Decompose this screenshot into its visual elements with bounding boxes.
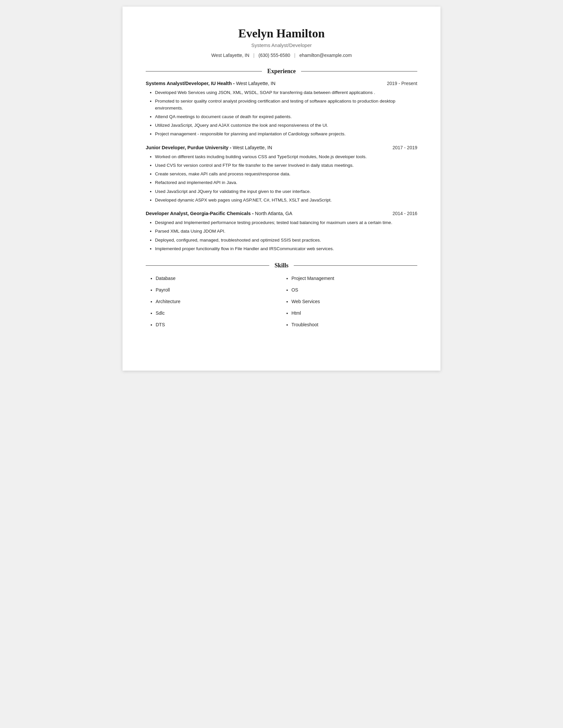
bullet-2-4: Refactored and implemented API in Java. — [155, 179, 417, 186]
job-header-3: Developer Analyst, Georgia-Pacific Chemi… — [146, 211, 417, 216]
experience-section: Experience Systems Analyst/Developer, IU… — [146, 68, 417, 252]
skills-section: Skills Database Payroll Architecture Sdl… — [146, 262, 417, 333]
skill-project-management: Project Management — [292, 275, 417, 282]
job-bold-3: Developer Analyst, Georgia-Pacific Chemi… — [146, 211, 254, 216]
job-block-3: Developer Analyst, Georgia-Pacific Chemi… — [146, 211, 417, 252]
bullet-1-5: Project management - responsible for pla… — [155, 131, 417, 137]
skills-line-right — [294, 265, 417, 266]
header: Evelyn Hamilton Systems Analyst/Develope… — [146, 26, 417, 58]
job-bullets-1: Developed Web Services using JSON, XML, … — [146, 89, 417, 138]
skills-grid: Database Payroll Architecture Sdlc DTS P… — [146, 275, 417, 333]
resume-page: Evelyn Hamilton Systems Analyst/Develope… — [122, 7, 441, 371]
skill-web-services: Web Services — [292, 298, 417, 305]
experience-section-header: Experience — [146, 68, 417, 75]
separator-1: | — [253, 53, 255, 58]
skill-architecture: Architecture — [156, 298, 282, 305]
skills-col-right: Project Management OS Web Services Html … — [282, 275, 417, 333]
experience-section-title: Experience — [262, 68, 301, 75]
candidate-title: Systems Analyst/Developer — [146, 42, 417, 48]
bullet-1-3: Attend QA meetings to document cause of … — [155, 114, 417, 120]
bullet-2-3: Create services, make API calls and proc… — [155, 171, 417, 177]
skill-payroll: Payroll — [156, 287, 282, 294]
bullet-2-5: Used JavaScript and JQuery for validatin… — [155, 188, 417, 195]
job-block-1: Systems Analyst/Developer, IU Health - W… — [146, 81, 417, 138]
job-bullets-2: Worked on different tasks including buil… — [146, 154, 417, 204]
bullet-3-4: Implemented proper functionality flow in… — [155, 246, 417, 252]
job-title-company-1: Systems Analyst/Developer, IU Health - W… — [146, 81, 275, 86]
job-bold-1: Systems Analyst/Developer, IU Health - — [146, 81, 235, 86]
skill-troubleshoot: Troubleshoot — [292, 321, 417, 328]
section-line-left — [146, 71, 262, 71]
contact-info: West Lafayette, IN | (630) 555-6580 | eh… — [146, 53, 417, 58]
skill-dts: DTS — [156, 321, 282, 328]
job-block-2: Junior Developer, Purdue University - We… — [146, 145, 417, 204]
bullet-1-1: Developed Web Services using JSON, XML, … — [155, 89, 417, 96]
skills-section-header: Skills — [146, 262, 417, 269]
contact-location: West Lafayette, IN — [211, 53, 249, 58]
bullet-1-2: Promoted to senior quality control analy… — [155, 98, 417, 112]
bullet-1-4: Utilized JavaScript, JQuery and AJAX cus… — [155, 122, 417, 129]
skills-line-left — [146, 265, 269, 266]
job-header-1: Systems Analyst/Developer, IU Health - W… — [146, 81, 417, 86]
skill-sdlc: Sdlc — [156, 310, 282, 317]
bullet-2-6: Developed dynamic ASPX web pages using A… — [155, 197, 417, 204]
skills-col-left: Database Payroll Architecture Sdlc DTS — [146, 275, 282, 333]
bullet-2-2: Used CVS for version control and FTP for… — [155, 162, 417, 169]
bullet-3-1: Designed and Implemented performance tes… — [155, 219, 417, 226]
section-line-right — [301, 71, 417, 71]
candidate-name: Evelyn Hamilton — [146, 26, 417, 40]
job-header-2: Junior Developer, Purdue University - We… — [146, 145, 417, 150]
contact-email: ehamilton@example.com — [300, 53, 352, 58]
job-title-company-3: Developer Analyst, Georgia-Pacific Chemi… — [146, 211, 293, 216]
job-dates-3: 2014 - 2016 — [393, 211, 417, 216]
job-dates-2: 2017 - 2019 — [393, 145, 417, 150]
skills-section-title: Skills — [269, 262, 294, 269]
skill-html: Html — [292, 310, 417, 317]
job-bullets-3: Designed and Implemented performance tes… — [146, 219, 417, 252]
skills-list-left: Database Payroll Architecture Sdlc DTS — [149, 275, 282, 328]
contact-phone: (630) 555-6580 — [258, 53, 290, 58]
skill-os: OS — [292, 287, 417, 294]
separator-2: | — [294, 53, 296, 58]
bullet-3-3: Deployed, configured, managed, troublesh… — [155, 237, 417, 244]
job-dates-1: 2019 - Present — [387, 81, 417, 86]
skill-database: Database — [156, 275, 282, 282]
skills-list-right: Project Management OS Web Services Html … — [285, 275, 417, 328]
job-title-company-2: Junior Developer, Purdue University - We… — [146, 145, 272, 150]
job-bold-2: Junior Developer, Purdue University - — [146, 145, 231, 150]
bullet-3-2: Parsed XML data Using JDOM API. — [155, 228, 417, 235]
bullet-2-1: Worked on different tasks including buil… — [155, 154, 417, 160]
